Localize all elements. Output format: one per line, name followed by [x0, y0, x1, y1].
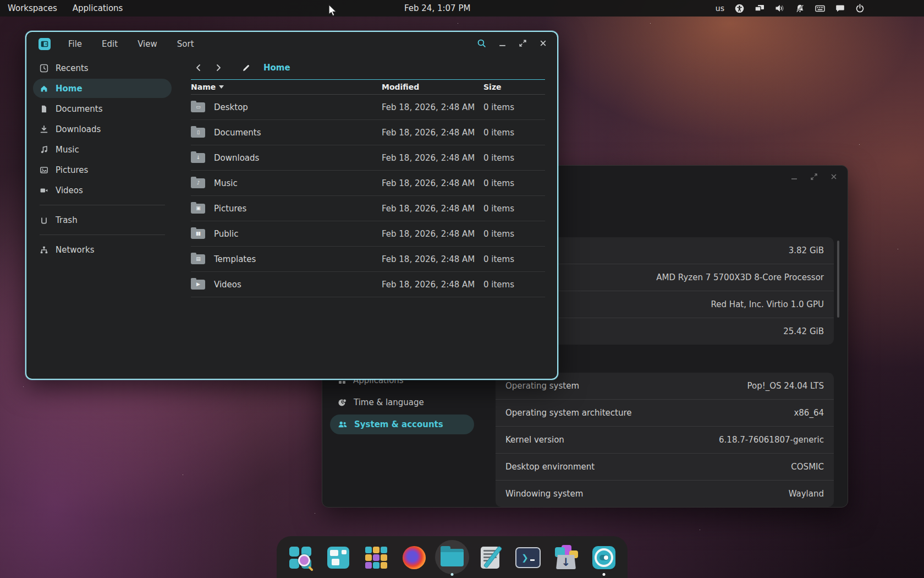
sidebar-item-downloads[interactable]: Downloads	[33, 119, 172, 139]
dock-settings[interactable]	[591, 544, 617, 571]
workspaces-icon	[327, 547, 349, 569]
sidebar-item-networks[interactable]: Networks	[33, 240, 172, 259]
table-row-videos[interactable]: ▶Videos Feb 18, 2026, 2:48 AM 0 items	[191, 272, 545, 297]
table-row-public[interactable]: ▮▮Public Feb 18, 2026, 2:48 AM 0 items	[191, 221, 545, 247]
menu-edit[interactable]: Edit	[94, 37, 125, 51]
applications-button[interactable]: Applications	[65, 0, 131, 17]
dock-workspaces[interactable]	[325, 544, 351, 571]
notifications-off-icon[interactable]	[795, 4, 805, 13]
os-info-card: Operating system Pop!_OS 24.04 LTS Opera…	[496, 373, 834, 507]
mouse-cursor	[328, 4, 338, 17]
settings-icon	[592, 546, 615, 569]
files-window-controls	[477, 32, 547, 56]
os-row: Windowing system Wayland	[496, 480, 834, 507]
edit-location-icon[interactable]	[238, 60, 254, 75]
dock-app-library[interactable]	[363, 544, 389, 571]
menu-file[interactable]: File	[61, 37, 90, 51]
sidebar-item-music[interactable]: Music	[33, 140, 172, 159]
sidebar-item-label: Pictures	[56, 165, 88, 175]
file-name: Documents	[214, 128, 261, 138]
system-tray: us	[716, 0, 865, 17]
dock-terminal[interactable]: ❯	[515, 544, 541, 571]
dock-files[interactable]	[439, 544, 465, 571]
file-name: Music	[214, 178, 238, 188]
table-row-documents[interactable]: ▯Documents Feb 18, 2026, 2:48 AM 0 items	[191, 120, 545, 145]
table-row-music[interactable]: ♪Music Feb 18, 2026, 2:48 AM 0 items	[191, 171, 545, 196]
column-header-size[interactable]: Size	[483, 83, 545, 91]
file-modified: Feb 18, 2026, 2:48 AM	[382, 178, 483, 188]
sidebar-item-home[interactable]: Home	[33, 79, 172, 98]
files-window: File Edit View Sort Recents Home Documen…	[25, 31, 558, 380]
table-row-pictures[interactable]: ▣Pictures Feb 18, 2026, 2:48 AM 0 items	[191, 196, 545, 221]
sidebar-item-label: Videos	[56, 186, 83, 195]
accessibility-icon[interactable]	[735, 4, 744, 13]
file-size: 0 items	[483, 102, 545, 112]
running-indicator	[451, 573, 454, 576]
close-icon[interactable]	[539, 39, 547, 50]
sidebar-item-label: Recents	[56, 63, 89, 73]
sidebar-item-documents[interactable]: Documents	[33, 99, 172, 118]
settings-nav-system-accounts[interactable]: System & accounts	[330, 415, 474, 434]
keyboard-icon[interactable]	[815, 4, 825, 13]
workspaces-button[interactable]: Workspaces	[0, 0, 65, 17]
table-row-desktop[interactable]: ▭Desktop Feb 18, 2026, 2:48 AM 0 items	[191, 95, 545, 120]
maximize-icon[interactable]	[810, 172, 818, 183]
display-icon[interactable]	[755, 4, 765, 13]
column-header-modified[interactable]: Modified	[382, 83, 483, 91]
input-source-applet[interactable]: us	[716, 4, 724, 13]
settings-nav: Applications Time & language System & ac…	[330, 370, 474, 437]
os-row-label: Desktop environment	[505, 462, 595, 472]
file-size: 0 items	[483, 153, 545, 163]
back-icon[interactable]	[191, 60, 206, 75]
table-row-templates[interactable]: ▤Templates Feb 18, 2026, 2:48 AM 0 items	[191, 247, 545, 272]
sidebar-item-pictures[interactable]: Pictures	[33, 160, 172, 179]
folder-icon: ▮▮	[191, 229, 205, 239]
file-name: Templates	[214, 254, 256, 264]
forward-icon[interactable]	[211, 60, 226, 75]
file-modified: Feb 18, 2026, 2:48 AM	[382, 153, 483, 163]
sidebar-item-recents[interactable]: Recents	[33, 58, 172, 78]
breadcrumb-current[interactable]: Home	[263, 63, 290, 73]
file-name: Public	[214, 229, 238, 239]
close-icon[interactable]	[830, 172, 838, 183]
power-icon[interactable]	[855, 4, 865, 13]
menu-sort[interactable]: Sort	[169, 37, 202, 51]
dock-store[interactable]: ↓	[553, 544, 579, 571]
launcher-icon	[289, 547, 311, 569]
menu-view[interactable]: View	[130, 37, 165, 51]
settings-window-controls	[790, 172, 838, 183]
settings-scrollbar[interactable]	[837, 241, 839, 318]
chat-icon[interactable]	[835, 4, 845, 13]
file-modified: Feb 18, 2026, 2:48 AM	[382, 280, 483, 290]
dock-firefox[interactable]	[401, 544, 427, 571]
sidebar-item-videos[interactable]: Videos	[33, 181, 172, 200]
maximize-icon[interactable]	[519, 39, 527, 50]
file-size: 0 items	[483, 128, 545, 138]
sidebar-item-trash[interactable]: Trash	[33, 210, 172, 230]
os-row: Desktop environment COSMIC	[496, 453, 834, 480]
store-icon: ↓	[554, 546, 578, 569]
folder-icon: ♪	[191, 178, 205, 188]
column-header-name[interactable]: Name	[191, 83, 382, 91]
files-titlebar[interactable]: File Edit View Sort	[26, 32, 557, 56]
clock-applet[interactable]: Feb 24, 1:07 PM	[404, 0, 470, 17]
files-icon	[441, 549, 464, 566]
folder-icon: ▶	[191, 280, 205, 290]
settings-nav-time-language[interactable]: Time & language	[330, 392, 474, 412]
volume-icon[interactable]	[775, 4, 785, 13]
files-sidebar: Recents Home Documents Downloads Music P…	[33, 58, 172, 260]
search-icon[interactable]	[477, 39, 486, 50]
minimize-icon[interactable]	[790, 172, 798, 183]
folder-icon: ▤	[191, 254, 205, 264]
file-size: 0 items	[483, 229, 545, 239]
table-row-downloads[interactable]: ↓Downloads Feb 18, 2026, 2:48 AM 0 items	[191, 145, 545, 171]
minimize-icon[interactable]	[498, 39, 507, 50]
disk-value: 25.42 GiB	[783, 326, 824, 336]
os-row-label: Windowing system	[505, 489, 583, 499]
dock-text-editor[interactable]	[477, 544, 503, 571]
folder-icon: ▣	[191, 204, 205, 214]
dock-launcher[interactable]	[287, 544, 314, 571]
file-modified: Feb 18, 2026, 2:48 AM	[382, 204, 483, 214]
settings-nav-label: System & accounts	[354, 419, 443, 429]
processor-value: AMD Ryzen 7 5700X3D 8-Core Processor	[656, 272, 824, 282]
